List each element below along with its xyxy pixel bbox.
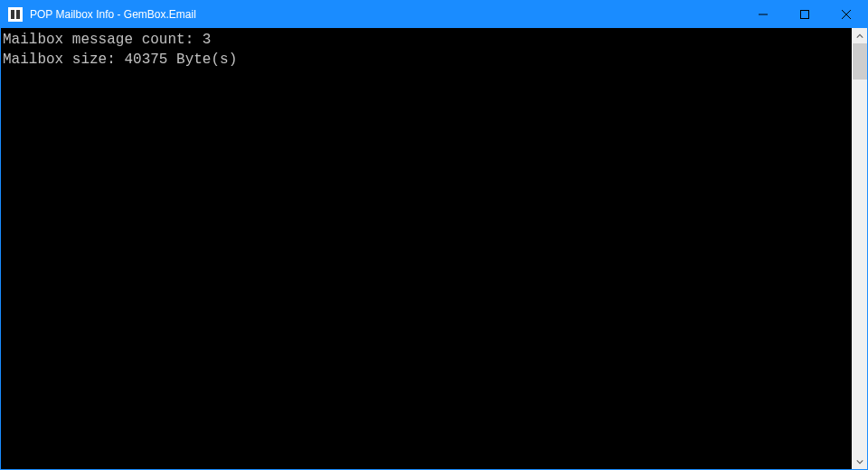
chevron-up-icon [856, 33, 863, 40]
vertical-scrollbar[interactable] [852, 28, 867, 469]
scroll-down-button[interactable] [853, 454, 867, 469]
close-icon [842, 10, 851, 19]
mailbox-size-label: Mailbox size: [3, 52, 124, 68]
titlebar[interactable]: POP Mailbox Info - GemBox.Email [1, 1, 867, 28]
message-count-value: 3 [203, 32, 212, 48]
app-window: POP Mailbox Info - GemBox.Email Mailbox [0, 0, 868, 470]
scroll-up-button[interactable] [853, 28, 867, 43]
mailbox-size-unit: Byte(s) [167, 52, 237, 68]
minimize-button[interactable] [742, 1, 784, 28]
message-count-label: Mailbox message count: [3, 32, 203, 48]
window-controls [742, 1, 867, 28]
maximize-button[interactable] [784, 1, 826, 28]
maximize-icon [800, 10, 809, 19]
mailbox-size-value: 40375 [124, 52, 167, 68]
close-button[interactable] [826, 1, 867, 28]
scrollbar-track[interactable] [853, 43, 867, 454]
client-area: Mailbox message count: 3 Mailbox size: 4… [1, 28, 867, 469]
chevron-down-icon [856, 458, 863, 465]
scrollbar-thumb[interactable] [853, 43, 867, 80]
app-icon [8, 7, 23, 22]
console-output[interactable]: Mailbox message count: 3 Mailbox size: 4… [1, 28, 852, 469]
svg-rect-1 [801, 11, 809, 19]
minimize-icon [759, 10, 768, 19]
window-title: POP Mailbox Info - GemBox.Email [28, 8, 742, 21]
